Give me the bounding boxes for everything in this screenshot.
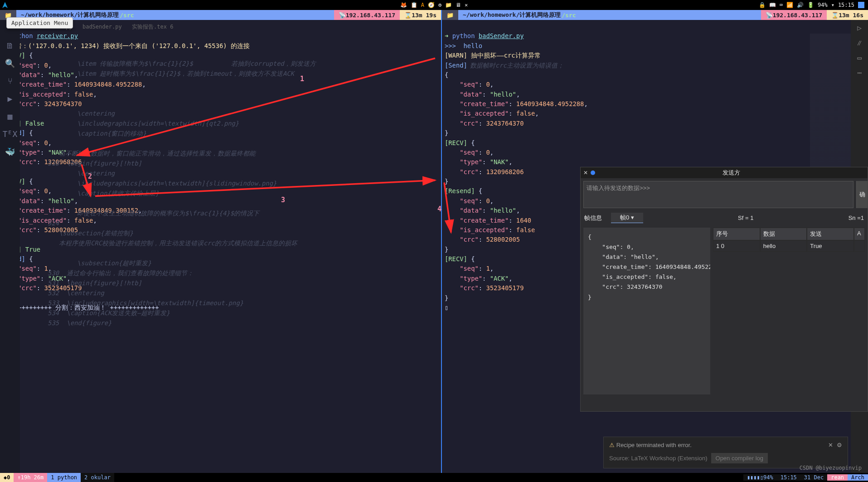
col-ack[interactable]: A bbox=[854, 228, 865, 240]
tray-files-icon[interactable]: 📁 bbox=[445, 2, 452, 8]
tray-monitor-icon[interactable]: 🖥 bbox=[456, 2, 461, 8]
vscode-activity-bar: 🗎 🔍 ⑂ ▶ ▦ TᴱX 🐳 bbox=[0, 20, 20, 473]
network-icon[interactable]: 📶 bbox=[786, 2, 793, 8]
tab-badsender[interactable]: badSender.py bbox=[82, 24, 122, 30]
terminal-output-left: ➜ python receiver.py 接收者：('127.0.0.1', 1… bbox=[0, 20, 441, 473]
annotation-2: 2 bbox=[88, 172, 92, 180]
frame-info-label: 帧信息 bbox=[584, 214, 602, 222]
volume-icon[interactable]: 🔊 bbox=[797, 2, 804, 8]
notif-text: Recipe terminated with error. bbox=[616, 442, 692, 448]
sb-time: 15:15 bbox=[777, 474, 800, 481]
sb-date: 31 Dec bbox=[800, 474, 827, 481]
docker-icon[interactable]: 🐳 bbox=[5, 147, 15, 156]
annotation-4: 4 bbox=[437, 205, 441, 213]
watermark: CSDN @biyezuopinvip bbox=[800, 465, 862, 471]
panel-toggle-icon[interactable] bbox=[858, 2, 864, 8]
git-icon[interactable]: ⑂ bbox=[8, 76, 13, 86]
terminal-pane-left[interactable]: 📁 ~/work/homework/计算机网络原理/src 📡 192.168.… bbox=[0, 10, 442, 473]
file-badsender-py: badSender.py bbox=[479, 32, 524, 39]
frame-table: 序号 数据 发送 A 1 0 hello True bbox=[713, 228, 865, 394]
window-close-icon[interactable]: ✕ bbox=[583, 170, 588, 176]
tmux-statusbar: ◆ 0 ↑ 19h 26m 1 python 2 okular ▮▮▮▮▯ 94… bbox=[0, 473, 868, 482]
sender-gui-window[interactable]: ✕ 发送方 请输入待发送的数据>>> 确 帧信息 帧0 ▾ Sf = 1 Sn … bbox=[580, 167, 868, 412]
sb-session[interactable]: ◆ 0 bbox=[0, 473, 14, 482]
sb-user: rean bbox=[827, 474, 848, 481]
tab-report-tex[interactable]: 实验报告.tex 6 bbox=[132, 23, 173, 31]
annotation-1: 1 bbox=[300, 75, 304, 83]
col-data[interactable]: 数据 bbox=[760, 228, 807, 240]
sb-window-2[interactable]: 2 okular bbox=[81, 473, 114, 482]
system-menubar: 🦊 📋 A 🧭 ⚙ 📁 🖥 ✕ 🔒 📖 ⌨ 📶 🔊 🔋 94% ▾ 15:15 bbox=[0, 0, 868, 10]
tray-cog-icon[interactable]: ⚙ bbox=[438, 2, 441, 8]
annotation-3: 3 bbox=[281, 196, 285, 204]
sb-uptime: ↑ 19h 26m bbox=[14, 473, 47, 482]
frame-detail-json: { "seq": 0, "data": "hello", "create_tim… bbox=[583, 228, 710, 394]
arch-logo[interactable] bbox=[0, 0, 10, 10]
sf-label: Sf = 1 bbox=[652, 214, 839, 221]
debug-icon[interactable]: ▶ bbox=[8, 94, 13, 103]
terminal-pane-right[interactable]: 📁 ~/work/homework/计算机网络原理/src 📡 192.168.… bbox=[442, 10, 868, 473]
frame-dropdown[interactable]: 帧0 ▾ bbox=[611, 213, 643, 223]
warning-icon: ⚠ bbox=[609, 442, 616, 448]
search-icon[interactable]: 🔍 bbox=[5, 58, 15, 68]
battery-icon[interactable]: 🔋 bbox=[807, 2, 814, 8]
tex-icon[interactable]: TᴱX bbox=[3, 129, 18, 139]
col-seq[interactable]: 序号 bbox=[713, 228, 760, 240]
window-title: 发送方 bbox=[598, 169, 865, 177]
tray-app-icon[interactable]: A bbox=[421, 2, 424, 8]
window-dot-icon[interactable] bbox=[591, 170, 595, 175]
lock-icon[interactable]: 🔒 bbox=[759, 2, 766, 8]
sb-window-1[interactable]: 1 python bbox=[47, 473, 81, 482]
tray-compass-icon[interactable]: 🧭 bbox=[428, 2, 435, 8]
battery-pct: 94% bbox=[818, 2, 828, 8]
tray-notes-icon[interactable]: 📋 bbox=[411, 2, 417, 8]
sb-host: Arch bbox=[848, 474, 868, 481]
table-row[interactable]: 1 0 hello True bbox=[713, 240, 865, 252]
application-menu-button[interactable]: Application Menu bbox=[6, 17, 73, 29]
gear-icon[interactable]: ⚙ bbox=[837, 442, 842, 448]
send-ok-button[interactable]: 确 bbox=[856, 181, 868, 208]
sb-battery: ▮▮▮▮▯ 94% bbox=[743, 474, 777, 481]
send-input[interactable]: 请输入待发送的数据>>> bbox=[583, 181, 853, 208]
tmux-status-right: 📁 ~/work/homework/计算机网络原理/src 📡 192.168.… bbox=[442, 10, 868, 20]
error-notification[interactable]: ⚠ Recipe terminated with error. ⚙ ✕ Sour… bbox=[603, 437, 848, 468]
sn-label: Sn =1 bbox=[849, 214, 864, 221]
book-icon[interactable]: 📖 bbox=[769, 2, 776, 8]
tray-close-icon[interactable]: ✕ bbox=[465, 2, 468, 8]
clock: 15:15 bbox=[838, 2, 854, 8]
open-compiler-log-button[interactable]: Open compiler log bbox=[711, 453, 768, 463]
files-icon[interactable]: 🗎 bbox=[6, 41, 14, 50]
col-sent[interactable]: 发送 bbox=[807, 228, 854, 240]
notif-source: Source: LaTeX Workshop (Extension) bbox=[609, 455, 708, 462]
tray-firefox-icon[interactable]: 🦊 bbox=[400, 2, 407, 8]
ext-icon[interactable]: ▦ bbox=[8, 112, 13, 121]
dropdown-icon[interactable]: ▾ bbox=[831, 2, 834, 8]
keyboard-icon[interactable]: ⌨ bbox=[780, 2, 783, 8]
notif-close-icon[interactable]: ✕ bbox=[828, 442, 833, 448]
